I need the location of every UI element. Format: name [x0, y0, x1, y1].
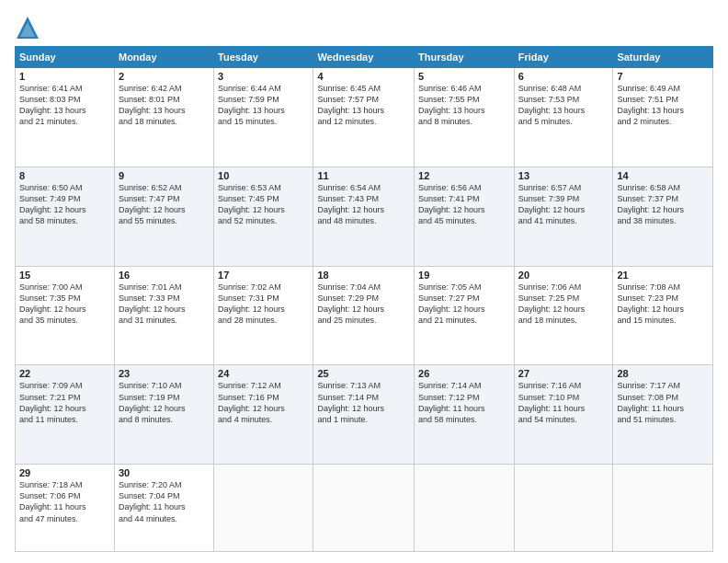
calendar-cell: 24Sunrise: 7:12 AM Sunset: 7:16 PM Dayli…	[214, 365, 313, 465]
calendar-cell: 16Sunrise: 7:01 AM Sunset: 7:33 PM Dayli…	[114, 266, 213, 365]
day-number: 8	[19, 170, 110, 181]
calendar-cell: 3Sunrise: 6:44 AM Sunset: 7:59 PM Daylig…	[214, 68, 313, 167]
day-info: Sunrise: 6:42 AM Sunset: 8:01 PM Dayligh…	[119, 83, 210, 128]
day-info: Sunrise: 6:46 AM Sunset: 7:55 PM Dayligh…	[418, 83, 510, 128]
calendar-cell: 26Sunrise: 7:14 AM Sunset: 7:12 PM Dayli…	[415, 365, 515, 465]
logo	[15, 15, 44, 40]
day-number: 13	[518, 170, 609, 181]
day-info: Sunrise: 7:12 AM Sunset: 7:16 PM Dayligh…	[218, 380, 309, 425]
weekday-sunday: Sunday	[16, 47, 115, 68]
day-info: Sunrise: 7:00 AM Sunset: 7:35 PM Dayligh…	[19, 282, 110, 327]
day-info: Sunrise: 6:54 AM Sunset: 7:43 PM Dayligh…	[317, 182, 410, 227]
calendar-cell	[214, 465, 313, 552]
weekday-friday: Friday	[514, 47, 613, 68]
day-number: 18	[317, 270, 410, 281]
calendar-cell	[514, 465, 613, 552]
day-number: 4	[317, 71, 410, 82]
day-info: Sunrise: 7:06 AM Sunset: 7:25 PM Dayligh…	[518, 282, 609, 327]
day-info: Sunrise: 6:50 AM Sunset: 7:49 PM Dayligh…	[19, 182, 110, 227]
day-info: Sunrise: 7:05 AM Sunset: 7:27 PM Dayligh…	[418, 282, 510, 327]
weekday-thursday: Thursday	[415, 47, 515, 68]
day-number: 14	[617, 170, 709, 181]
day-info: Sunrise: 6:45 AM Sunset: 7:57 PM Dayligh…	[317, 83, 410, 128]
week-row-3: 15Sunrise: 7:00 AM Sunset: 7:35 PM Dayli…	[16, 266, 713, 365]
calendar-cell: 9Sunrise: 6:52 AM Sunset: 7:47 PM Daylig…	[114, 167, 213, 266]
day-info: Sunrise: 7:01 AM Sunset: 7:33 PM Dayligh…	[119, 282, 210, 327]
calendar-cell: 5Sunrise: 6:46 AM Sunset: 7:55 PM Daylig…	[415, 68, 515, 167]
logo-icon	[15, 15, 40, 40]
weekday-wednesday: Wednesday	[313, 47, 415, 68]
day-info: Sunrise: 7:13 AM Sunset: 7:14 PM Dayligh…	[317, 380, 410, 425]
day-number: 21	[617, 270, 709, 281]
day-number: 10	[218, 170, 309, 181]
day-info: Sunrise: 7:04 AM Sunset: 7:29 PM Dayligh…	[317, 282, 410, 327]
calendar-cell: 2Sunrise: 6:42 AM Sunset: 8:01 PM Daylig…	[114, 68, 213, 167]
day-info: Sunrise: 6:58 AM Sunset: 7:37 PM Dayligh…	[617, 182, 709, 227]
calendar-cell: 25Sunrise: 7:13 AM Sunset: 7:14 PM Dayli…	[313, 365, 415, 465]
day-info: Sunrise: 6:41 AM Sunset: 8:03 PM Dayligh…	[19, 83, 110, 128]
calendar-cell: 11Sunrise: 6:54 AM Sunset: 7:43 PM Dayli…	[313, 167, 415, 266]
calendar-cell: 20Sunrise: 7:06 AM Sunset: 7:25 PM Dayli…	[514, 266, 613, 365]
page: SundayMondayTuesdayWednesdayThursdayFrid…	[0, 0, 728, 563]
calendar-cell	[313, 465, 415, 552]
day-number: 12	[418, 170, 510, 181]
week-row-2: 8Sunrise: 6:50 AM Sunset: 7:49 PM Daylig…	[16, 167, 713, 266]
calendar-cell: 17Sunrise: 7:02 AM Sunset: 7:31 PM Dayli…	[214, 266, 313, 365]
day-number: 25	[317, 368, 410, 379]
calendar-cell: 29Sunrise: 7:18 AM Sunset: 7:06 PM Dayli…	[16, 465, 115, 552]
calendar-cell: 23Sunrise: 7:10 AM Sunset: 7:19 PM Dayli…	[114, 365, 213, 465]
day-number: 23	[119, 368, 210, 379]
day-number: 6	[518, 71, 609, 82]
calendar-cell: 14Sunrise: 6:58 AM Sunset: 7:37 PM Dayli…	[613, 167, 713, 266]
day-info: Sunrise: 6:49 AM Sunset: 7:51 PM Dayligh…	[617, 83, 709, 128]
calendar-cell: 7Sunrise: 6:49 AM Sunset: 7:51 PM Daylig…	[613, 68, 713, 167]
day-number: 26	[418, 368, 510, 379]
calendar-cell: 4Sunrise: 6:45 AM Sunset: 7:57 PM Daylig…	[313, 68, 415, 167]
header	[15, 11, 713, 40]
calendar-cell: 22Sunrise: 7:09 AM Sunset: 7:21 PM Dayli…	[16, 365, 115, 465]
day-number: 20	[518, 270, 609, 281]
day-number: 15	[19, 270, 110, 281]
day-info: Sunrise: 7:16 AM Sunset: 7:10 PM Dayligh…	[518, 380, 609, 425]
day-number: 5	[418, 71, 510, 82]
week-row-4: 22Sunrise: 7:09 AM Sunset: 7:21 PM Dayli…	[16, 365, 713, 465]
calendar-cell	[613, 465, 713, 552]
day-info: Sunrise: 7:18 AM Sunset: 7:06 PM Dayligh…	[19, 479, 110, 524]
calendar-cell: 8Sunrise: 6:50 AM Sunset: 7:49 PM Daylig…	[16, 167, 115, 266]
day-number: 9	[119, 170, 210, 181]
day-info: Sunrise: 7:10 AM Sunset: 7:19 PM Dayligh…	[119, 380, 210, 425]
day-info: Sunrise: 6:57 AM Sunset: 7:39 PM Dayligh…	[518, 182, 609, 227]
day-info: Sunrise: 7:20 AM Sunset: 7:04 PM Dayligh…	[119, 479, 210, 524]
calendar-cell	[415, 465, 515, 552]
day-info: Sunrise: 7:14 AM Sunset: 7:12 PM Dayligh…	[418, 380, 510, 425]
calendar-table: SundayMondayTuesdayWednesdayThursdayFrid…	[15, 46, 713, 552]
calendar-cell: 18Sunrise: 7:04 AM Sunset: 7:29 PM Dayli…	[313, 266, 415, 365]
calendar-cell: 30Sunrise: 7:20 AM Sunset: 7:04 PM Dayli…	[114, 465, 213, 552]
day-number: 24	[218, 368, 309, 379]
week-row-1: 1Sunrise: 6:41 AM Sunset: 8:03 PM Daylig…	[16, 68, 713, 167]
day-number: 29	[19, 467, 110, 478]
day-number: 30	[119, 467, 210, 478]
day-number: 19	[418, 270, 510, 281]
day-info: Sunrise: 6:44 AM Sunset: 7:59 PM Dayligh…	[218, 83, 309, 128]
day-number: 11	[317, 170, 410, 181]
day-number: 22	[19, 368, 110, 379]
calendar-cell: 13Sunrise: 6:57 AM Sunset: 7:39 PM Dayli…	[514, 167, 613, 266]
calendar-cell: 1Sunrise: 6:41 AM Sunset: 8:03 PM Daylig…	[16, 68, 115, 167]
day-number: 2	[119, 71, 210, 82]
weekday-header-row: SundayMondayTuesdayWednesdayThursdayFrid…	[16, 47, 713, 68]
calendar-cell: 21Sunrise: 7:08 AM Sunset: 7:23 PM Dayli…	[613, 266, 713, 365]
calendar-cell: 6Sunrise: 6:48 AM Sunset: 7:53 PM Daylig…	[514, 68, 613, 167]
day-number: 16	[119, 270, 210, 281]
day-number: 7	[617, 71, 709, 82]
day-number: 17	[218, 270, 309, 281]
day-info: Sunrise: 6:56 AM Sunset: 7:41 PM Dayligh…	[418, 182, 510, 227]
day-number: 3	[218, 71, 309, 82]
calendar-cell: 15Sunrise: 7:00 AM Sunset: 7:35 PM Dayli…	[16, 266, 115, 365]
calendar-cell: 10Sunrise: 6:53 AM Sunset: 7:45 PM Dayli…	[214, 167, 313, 266]
day-number: 28	[617, 368, 709, 379]
day-info: Sunrise: 7:09 AM Sunset: 7:21 PM Dayligh…	[19, 380, 110, 425]
calendar-cell: 28Sunrise: 7:17 AM Sunset: 7:08 PM Dayli…	[613, 365, 713, 465]
day-info: Sunrise: 6:48 AM Sunset: 7:53 PM Dayligh…	[518, 83, 609, 128]
day-info: Sunrise: 7:02 AM Sunset: 7:31 PM Dayligh…	[218, 282, 309, 327]
